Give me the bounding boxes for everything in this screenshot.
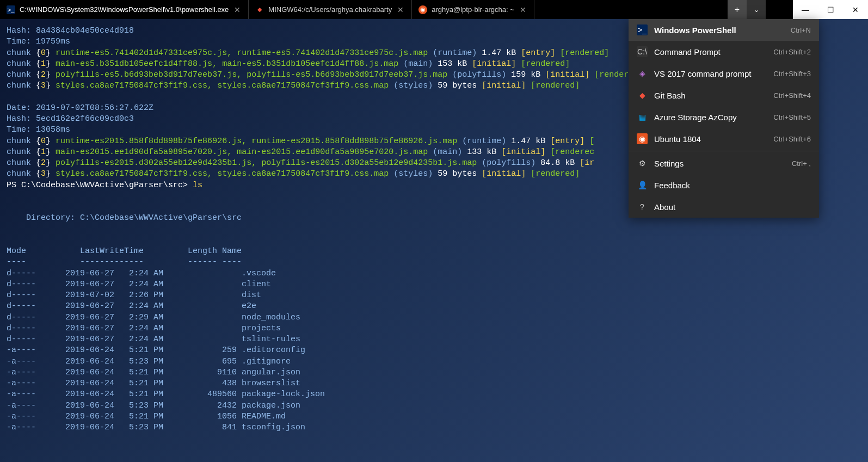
gear-icon: ⚙	[637, 158, 648, 169]
ubuntu-icon: ◉	[418, 5, 427, 14]
menu-item-gear[interactable]: ⚙ Settings Ctrl+ ,	[629, 152, 819, 174]
menu-item-vs[interactable]: ◈ VS 2017 command prompt Ctrl+Shift+3	[629, 63, 819, 84]
tab-gitbash[interactable]: ◆ MINGW64:/c/Users/arghya.chakrabarty ✕	[249, 0, 412, 19]
menu-label: Command Prompt	[654, 47, 767, 57]
tab-label: arghya@lptp-blr-argcha: ~	[432, 5, 514, 14]
menu-item-about[interactable]: ? About	[629, 196, 819, 218]
close-icon[interactable]: ✕	[233, 4, 242, 15]
tab-label: C:\WINDOWS\System32\WindowsPowerShell\v1…	[20, 5, 229, 14]
menu-label: Windows PowerShell	[654, 26, 784, 35]
menu-shortcut: Ctrl+Shift+2	[773, 48, 811, 56]
cmd-icon: C:\	[637, 46, 648, 57]
azure-icon: ▦	[637, 112, 648, 122]
close-icon[interactable]: ✕	[519, 4, 527, 15]
menu-item-cmd[interactable]: C:\ Command Prompt Ctrl+Shift+2	[629, 41, 819, 63]
visualstudio-icon: ◈	[637, 68, 648, 79]
menu-label: Settings	[654, 159, 785, 168]
dropdown-button[interactable]: ⌄	[747, 0, 766, 19]
maximize-button[interactable]: ☐	[818, 0, 843, 19]
menu-item-azure[interactable]: ▦ Azure Storage AzCopy Ctrl+Shift+5	[629, 106, 819, 128]
tab-powershell[interactable]: >_ C:\WINDOWS\System32\WindowsPowerShell…	[0, 0, 249, 19]
close-button[interactable]: ✕	[843, 0, 868, 19]
tab-label: MINGW64:/c/Users/arghya.chakrabarty	[268, 5, 392, 14]
menu-label: Feedback	[654, 181, 804, 190]
menu-label: Azure Storage AzCopy	[654, 113, 767, 122]
menu-item-ubuntu[interactable]: ◉ Ubuntu 1804 Ctrl+Shift+6	[629, 128, 819, 150]
menu-item-git[interactable]: ◆ Git Bash Ctrl+Shift+4	[629, 84, 819, 106]
menu-divider	[629, 151, 819, 151]
close-icon[interactable]: ✕	[396, 4, 405, 15]
gitbash-icon: ◆	[255, 5, 264, 14]
feedback-icon: 👤	[637, 180, 648, 190]
minimize-button[interactable]: —	[793, 0, 818, 19]
menu-shortcut: Ctrl+Shift+3	[773, 70, 811, 78]
powershell-icon: >_	[7, 5, 15, 14]
titlebar-controls: + ⌄ — ☐ ✕	[728, 0, 868, 19]
gitbash-icon: ◆	[637, 90, 648, 101]
new-tab-button[interactable]: +	[728, 0, 747, 19]
menu-shortcut: Ctrl+ ,	[792, 159, 811, 168]
powershell-icon: >_	[637, 24, 648, 35]
question-icon: ?	[637, 201, 648, 212]
ubuntu-icon: ◉	[637, 133, 648, 144]
menu-label: VS 2017 command prompt	[654, 69, 767, 78]
menu-shortcut: Ctrl+Shift+6	[773, 135, 811, 143]
window-controls: — ☐ ✕	[793, 0, 868, 19]
new-tab-dropdown-menu: >_ Windows PowerShell Ctrl+N C:\ Command…	[629, 19, 819, 218]
titlebar: >_ C:\WINDOWS\System32\WindowsPowerShell…	[0, 0, 868, 19]
tab-ubuntu[interactable]: ◉ arghya@lptp-blr-argcha: ~ ✕	[412, 0, 534, 19]
menu-label: Git Bash	[654, 91, 767, 100]
menu-shortcut: Ctrl+N	[791, 26, 811, 34]
menu-label: About	[654, 202, 804, 212]
tab-strip: >_ C:\WINDOWS\System32\WindowsPowerShell…	[0, 0, 728, 19]
menu-shortcut: Ctrl+Shift+5	[773, 113, 811, 121]
menu-item-feedback[interactable]: 👤 Feedback	[629, 174, 819, 196]
menu-item-ps[interactable]: >_ Windows PowerShell Ctrl+N	[629, 19, 819, 41]
menu-label: Ubuntu 1804	[654, 134, 767, 144]
menu-shortcut: Ctrl+Shift+4	[773, 91, 811, 100]
